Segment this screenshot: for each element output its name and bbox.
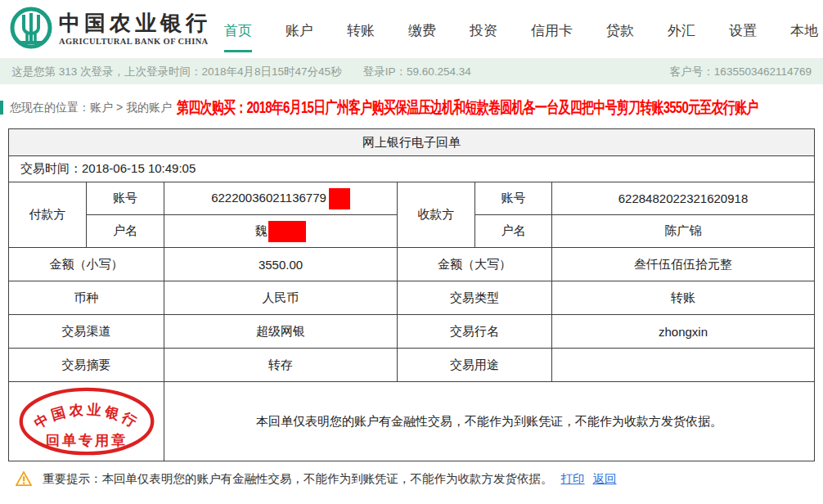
receipt-title: 网上银行电子回单: [9, 129, 815, 156]
nav-item-investments[interactable]: 投资: [470, 7, 497, 52]
payer-account-label: 账号: [87, 182, 164, 215]
redaction-block: [268, 221, 306, 242]
nav-item-transfer[interactable]: 转账: [347, 7, 375, 52]
login-ip-text: 登录IP：59.60.254.34: [363, 65, 471, 79]
transaction-type-value: 转账: [552, 281, 815, 315]
payee-account-value: 6228482022321620918: [552, 182, 815, 215]
amount-words-value: 叁仟伍佰伍拾元整: [552, 248, 815, 281]
notice-label: 重要提示：: [43, 471, 102, 487]
footer-notice: 重要提示： 本回单仅表明您的账户有金融性交易，不能作为到账凭证，不能作为收款方发…: [15, 470, 823, 487]
nav-item-settings[interactable]: 设置: [729, 7, 757, 52]
nav-item-accounts[interactable]: 账户: [286, 7, 313, 52]
nav-item-payments[interactable]: 缴费: [408, 7, 436, 52]
transaction-time-label: 交易时间：: [20, 161, 82, 175]
channel-value: 超级网银: [164, 315, 398, 349]
header: 中国农业银行 AGRICULTURAL BANK OF CHINA 首页 账户 …: [0, 0, 823, 59]
stamp-text-top: 中国农业银行: [31, 401, 142, 431]
payer-role-cell: 付款方: [9, 182, 87, 248]
breadcrumb-accent-bar: [0, 101, 3, 115]
customer-number-text: 客户号：1635503462114769: [670, 65, 812, 79]
stamp-cell: 中国农业银行 回单专用章: [9, 382, 164, 461]
e-receipt-table: 网上银行电子回单 交易时间：2018-06-15 10:49:05 付款方 账号…: [8, 128, 815, 461]
main-nav: 首页 账户 转账 缴费 投资 信用卡 贷款 外汇 设置 本地: [224, 7, 818, 52]
payee-account-label: 账号: [475, 182, 552, 215]
payer-account-cell: 62220036021136779: [164, 182, 398, 215]
warning-icon: [15, 470, 33, 487]
bank-name-en: AGRICULTURAL BANK OF CHINA: [59, 37, 211, 46]
nav-item-forex[interactable]: 外汇: [668, 7, 695, 52]
channel-label: 交易渠道: [9, 315, 164, 349]
transaction-type-label: 交易类型: [398, 281, 552, 315]
back-link[interactable]: 返回: [593, 471, 617, 487]
payer-account-value: 62220036021136779: [211, 190, 326, 204]
login-status-bar: 这是您第 313 次登录，上次登录时间：2018年4月8日15时47分45秒 登…: [0, 59, 823, 84]
bank-name-value: zhongxin: [552, 315, 815, 349]
currency-value: 人民币: [164, 281, 398, 315]
bank-name-cn: 中国农业银行: [59, 12, 211, 34]
payee-role-cell: 收款方: [398, 182, 475, 248]
transaction-time-cell: 交易时间：2018-06-15 10:49:05: [9, 156, 815, 182]
receipt-stamp: 中国农业银行 回单专用章: [9, 385, 164, 457]
summary-value: 转存: [164, 349, 398, 382]
nav-item-home[interactable]: 首页: [224, 7, 252, 52]
amount-words-label: 金额（大写）: [398, 248, 552, 281]
payer-name-label: 户名: [87, 215, 164, 248]
purpose-value: [552, 349, 815, 382]
currency-label: 币种: [9, 281, 164, 315]
stamp-text-bottom: 回单专用章: [45, 432, 127, 448]
summary-label: 交易摘要: [9, 349, 164, 382]
breadcrumb-row: 您现在的位置：账户 > 我的账户 第四次购买：2018年6月15日广州客户购买保…: [0, 97, 823, 119]
breadcrumb-text: 您现在的位置：账户 > 我的账户: [10, 101, 172, 115]
payee-name-label: 户名: [475, 215, 552, 248]
purchase-annotation-text: 第四次购买：2018年6月15日广州客户购买保温压边机和短款卷圆机各一台及四把中…: [177, 97, 758, 119]
payer-name-value: 魏: [255, 223, 268, 236]
svg-text:中国农业银行: 中国农业银行: [31, 401, 142, 431]
bank-name-label: 交易行名: [398, 315, 552, 349]
bank-logo[interactable]: 中国农业银行 AGRICULTURAL BANK OF CHINA: [10, 7, 211, 52]
print-link[interactable]: 打印: [561, 471, 585, 487]
amount-digits-label: 金额（小写）: [9, 248, 164, 281]
transaction-time-value: 2018-06-15 10:49:05: [82, 161, 196, 175]
nav-item-loans[interactable]: 贷款: [606, 7, 634, 52]
disclaimer-cell: 本回单仅表明您的账户有金融性交易，不能作为到账凭证，不能作为收款方发货依据。: [164, 382, 815, 461]
amount-digits-value: 3550.00: [164, 248, 398, 281]
nav-item-local[interactable]: 本地: [790, 7, 818, 52]
breadcrumb[interactable]: 您现在的位置：账户 > 我的账户: [0, 101, 172, 115]
purpose-label: 交易用途: [398, 349, 552, 382]
notice-text: 本回单仅表明您的账户有金融性交易，不能作为到账凭证，不能作为收款方发货依据。: [102, 471, 553, 487]
payer-name-cell: 魏: [164, 215, 398, 248]
abc-logo-icon: [10, 7, 52, 52]
payee-name-value: 陈广锦: [552, 215, 815, 248]
redaction-block: [329, 188, 350, 209]
login-count-text: 这是您第 313 次登录，上次登录时间：2018年4月8日15时47分45秒: [11, 65, 342, 79]
nav-item-credit-card[interactable]: 信用卡: [531, 7, 573, 52]
